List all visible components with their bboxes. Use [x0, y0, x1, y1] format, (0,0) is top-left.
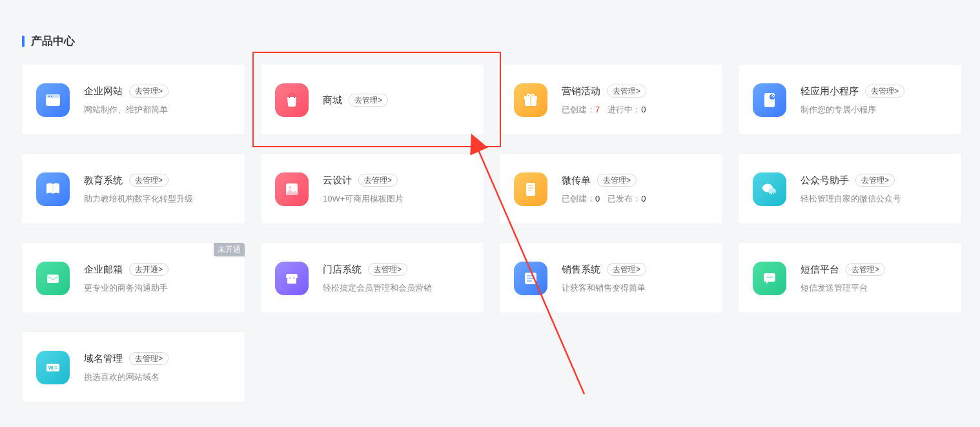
- list-icon: [514, 262, 547, 295]
- card-stats: 已创建：0 已发布：0: [562, 193, 646, 205]
- manage-button[interactable]: 去管理>: [129, 174, 168, 187]
- manage-button[interactable]: 去管理>: [358, 174, 398, 187]
- svg-rect-20: [287, 278, 296, 284]
- not-activated-badge: 未开通: [214, 243, 245, 256]
- manage-button[interactable]: 去管理>: [846, 263, 885, 276]
- manage-button[interactable]: 去管理>: [607, 85, 646, 98]
- card-title: 商城: [323, 94, 342, 107]
- svg-text:W.≡: W.≡: [48, 365, 57, 371]
- message-icon: [753, 262, 786, 295]
- mail-icon: [36, 262, 70, 295]
- card-title: 企业邮箱: [84, 264, 123, 276]
- card-desc: 更专业的商务沟通助手: [84, 282, 168, 294]
- svg-point-17: [768, 188, 776, 194]
- manage-button[interactable]: 去管理>: [129, 85, 168, 98]
- manage-button[interactable]: 去管理>: [855, 174, 895, 187]
- manage-button[interactable]: 去管理>: [349, 94, 388, 107]
- accent-bar: [22, 36, 25, 47]
- shopping-bag-icon: [275, 83, 309, 117]
- svg-rect-13: [528, 185, 533, 186]
- card-education[interactable]: 教育系统 去管理> 助力教培机构数字化转型升级: [22, 154, 245, 224]
- card-title: 门店系统: [323, 264, 362, 276]
- svg-rect-15: [528, 190, 531, 191]
- card-title: 营销活动: [562, 85, 600, 98]
- card-desc: 挑选喜欢的网站域名: [84, 371, 168, 383]
- card-desc: 轻松搞定会员管理和会员营销: [323, 282, 432, 294]
- card-title: 微传单: [562, 174, 591, 187]
- card-desc: 制作您的专属小程序: [801, 104, 904, 116]
- product-grid: 企业网站 去管理> 网站制作、维护都简单 商城 去管理> 营销活动 去管理>: [22, 65, 967, 402]
- store-icon: [275, 262, 309, 295]
- svg-rect-24: [527, 280, 532, 282]
- section-header: 产品中心: [22, 34, 75, 48]
- card-mail[interactable]: 未开通 企业邮箱 去开通> 更专业的商务沟通助手: [22, 243, 245, 313]
- svg-point-11: [289, 186, 291, 189]
- svg-rect-14: [528, 187, 533, 189]
- svg-rect-26: [766, 276, 773, 278]
- svg-rect-1: [46, 94, 60, 98]
- manage-button[interactable]: 去管理>: [129, 352, 168, 365]
- card-title: 云设计: [323, 174, 352, 187]
- card-title: 公众号助手: [801, 174, 849, 187]
- card-title: 轻应用小程序: [801, 85, 859, 98]
- svg-rect-19: [47, 275, 59, 283]
- domain-icon: W.≡: [36, 351, 70, 384]
- manage-button[interactable]: 去管理>: [597, 174, 637, 187]
- card-title: 销售系统: [562, 264, 600, 276]
- card-website[interactable]: 企业网站 去管理> 网站制作、维护都简单: [22, 65, 245, 134]
- card-mall[interactable]: 商城 去管理>: [261, 65, 484, 134]
- card-store[interactable]: 门店系统 去管理> 轻松搞定会员管理和会员营销: [261, 243, 484, 313]
- book-icon: [36, 172, 70, 206]
- image-icon: [275, 172, 309, 206]
- card-title: 域名管理: [84, 353, 123, 365]
- miniprogram-icon: [753, 83, 786, 117]
- card-desc: 让获客和销售变得简单: [562, 282, 646, 294]
- svg-rect-23: [527, 278, 535, 279]
- activate-button[interactable]: 去开通>: [129, 263, 168, 276]
- card-desc: 10W+可商用模板图片: [323, 193, 403, 205]
- card-sales[interactable]: 销售系统 去管理> 让获客和销售变得简单: [500, 243, 722, 313]
- card-desc: 轻松管理自家的微信公众号: [801, 193, 901, 205]
- card-design[interactable]: 云设计 去管理> 10W+可商用模板图片: [261, 154, 484, 224]
- svg-rect-6: [530, 96, 531, 106]
- svg-point-2: [48, 96, 50, 97]
- svg-rect-22: [527, 275, 535, 276]
- svg-point-3: [51, 96, 52, 97]
- card-marketing[interactable]: 营销活动 去管理> 已创建：7 进行中：0: [500, 65, 722, 134]
- card-title: 企业网站: [84, 85, 123, 98]
- window-icon: [36, 83, 70, 117]
- card-desc: 网站制作、维护都简单: [84, 104, 168, 116]
- manage-button[interactable]: 去管理>: [607, 263, 646, 276]
- card-stats: 已创建：7 进行中：0: [562, 104, 646, 116]
- gift-icon: [514, 83, 547, 117]
- manage-button[interactable]: 去管理>: [865, 85, 904, 98]
- card-title: 教育系统: [84, 174, 123, 187]
- card-flyer[interactable]: 微传单 去管理> 已创建：0 已发布：0: [500, 154, 722, 224]
- wechat-icon: [753, 172, 786, 206]
- card-sms[interactable]: 短信平台 去管理> 短信发送管理平台: [739, 243, 961, 313]
- manage-button[interactable]: 去管理>: [368, 263, 407, 276]
- section-title: 产品中心: [31, 34, 75, 48]
- card-desc: 助力教培机构数字化转型升级: [84, 193, 193, 205]
- card-title: 短信平台: [801, 264, 839, 276]
- card-desc: 短信发送管理平台: [801, 282, 885, 294]
- card-domain[interactable]: W.≡ 域名管理 去管理> 挑选喜欢的网站域名: [22, 332, 245, 402]
- card-wechat[interactable]: 公众号助手 去管理> 轻松管理自家的微信公众号: [739, 154, 961, 224]
- card-miniprogram[interactable]: 轻应用小程序 去管理> 制作您的专属小程序: [739, 65, 961, 134]
- flyer-icon: [514, 172, 547, 206]
